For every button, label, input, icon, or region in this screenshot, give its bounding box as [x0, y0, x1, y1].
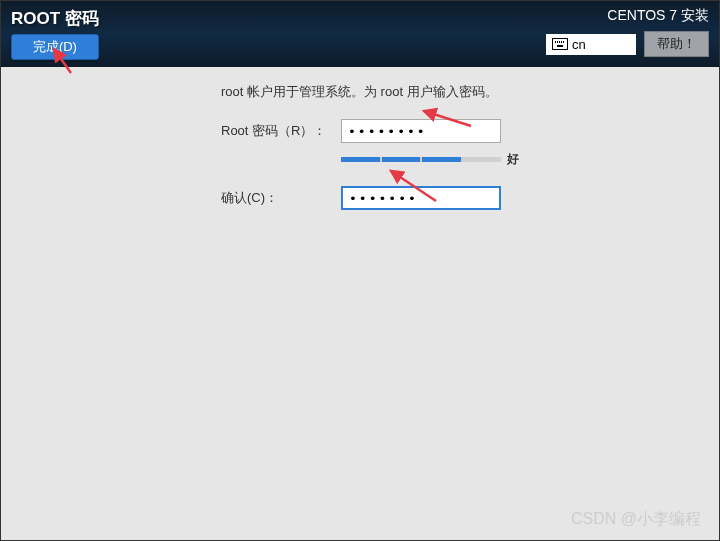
password-row: Root 密码（R）：	[221, 119, 689, 143]
content-area: root 帐户用于管理系统。为 root 用户输入密码。 Root 密码（R）：…	[1, 67, 719, 210]
root-password-input[interactable]	[341, 119, 501, 143]
lang-code: cn	[572, 37, 586, 52]
header-right-row: cn 帮助！	[546, 31, 709, 57]
keyboard-icon	[552, 38, 568, 50]
description-text: root 帐户用于管理系统。为 root 用户输入密码。	[221, 83, 689, 101]
password-strength-bar	[341, 157, 501, 162]
password-label: Root 密码（R）：	[221, 122, 341, 140]
strength-seg-3	[422, 157, 461, 162]
confirm-label: 确认(C)：	[221, 189, 341, 207]
strength-label: 好	[507, 151, 519, 168]
watermark: CSDN @小李编程	[571, 509, 701, 530]
strength-seg-1	[341, 157, 380, 162]
strength-seg-2	[382, 157, 421, 162]
header-right: CENTOS 7 安装 cn 帮助！	[546, 7, 709, 57]
confirm-row: 确认(C)：	[221, 186, 689, 210]
header-left: ROOT 密码 完成(D)	[11, 7, 99, 60]
header-bar: ROOT 密码 完成(D) CENTOS 7 安装 cn 帮助！	[1, 1, 719, 67]
keyboard-layout-selector[interactable]: cn	[546, 34, 636, 55]
install-title: CENTOS 7 安装	[607, 7, 709, 25]
confirm-password-input[interactable]	[341, 186, 501, 210]
page-title: ROOT 密码	[11, 7, 99, 30]
done-button[interactable]: 完成(D)	[11, 34, 99, 60]
help-button[interactable]: 帮助！	[644, 31, 709, 57]
strength-seg-4	[463, 157, 502, 162]
strength-row: 好	[341, 151, 689, 168]
